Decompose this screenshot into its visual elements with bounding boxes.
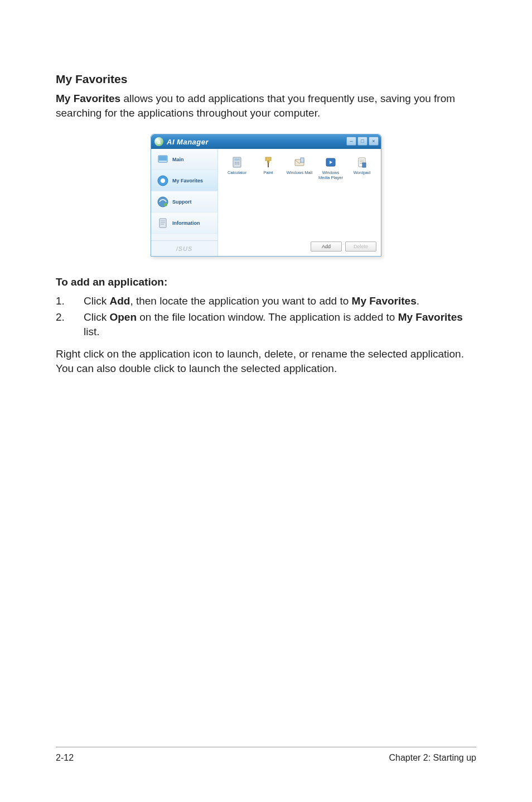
app-calculator[interactable]: Calculator bbox=[223, 156, 252, 180]
mail-icon bbox=[293, 156, 306, 169]
sub-heading: To add an application: bbox=[56, 276, 476, 288]
li1-mid: , then locate the application you want t… bbox=[130, 295, 351, 307]
li2-bold2: My Favorites bbox=[398, 311, 463, 323]
panel-buttons: Add Delete bbox=[311, 241, 376, 252]
li2-suffix: list. bbox=[84, 326, 100, 337]
intro-paragraph: My Favorites allows you to add applicati… bbox=[56, 91, 476, 120]
favorites-icon bbox=[156, 173, 170, 188]
add-button[interactable]: Add bbox=[311, 241, 342, 252]
li2-mid: on the file location window. The applica… bbox=[137, 311, 398, 323]
sidebar-items: Main My Favorites Support bbox=[151, 149, 217, 240]
closing-paragraph: Right click on the application icon to l… bbox=[56, 347, 476, 375]
app-windows-mail[interactable]: Windows Mail bbox=[285, 156, 314, 180]
paint-icon bbox=[262, 156, 275, 169]
sidebar-label-information: Information bbox=[172, 220, 200, 226]
app-label-media-player: Windows Media Player bbox=[316, 171, 345, 180]
support-icon bbox=[156, 195, 170, 209]
sidebar-label-favorites: My Favorites bbox=[172, 178, 203, 183]
li1-suffix: . bbox=[417, 295, 419, 307]
svg-rect-22 bbox=[267, 161, 269, 163]
list-num-1: 1. bbox=[56, 294, 84, 308]
list-item-2: 2. Click Open on the file location windo… bbox=[56, 310, 476, 339]
maximize-button[interactable]: □ bbox=[357, 137, 367, 146]
instructions-list: 1. Click Add, then locate the applicatio… bbox=[56, 294, 476, 339]
screenshot-container: a AI Manager – □ × Main bbox=[56, 134, 476, 257]
sidebar: Main My Favorites Support bbox=[151, 149, 218, 256]
app-paint[interactable]: Paint bbox=[254, 156, 283, 180]
svg-rect-1 bbox=[159, 156, 167, 161]
delete-button[interactable]: Delete bbox=[345, 241, 376, 252]
list-num-2: 2. bbox=[56, 310, 84, 339]
wordpad-icon bbox=[355, 156, 369, 169]
information-icon bbox=[156, 216, 170, 230]
svg-rect-11 bbox=[234, 158, 240, 161]
window-title: AI Manager bbox=[167, 138, 209, 146]
li2-prefix: Click bbox=[84, 311, 109, 323]
li2-bold1: Open bbox=[109, 311, 137, 323]
sidebar-footer-brand: /SUS bbox=[151, 240, 217, 256]
window-body: Main My Favorites Support bbox=[151, 149, 381, 256]
li1-bold2: My Favorites bbox=[352, 295, 417, 307]
main-panel: Calculator Paint Windows M bbox=[218, 149, 381, 256]
app-logo-icon: a bbox=[154, 137, 163, 146]
calculator-icon bbox=[230, 156, 244, 169]
svg-point-5 bbox=[164, 203, 167, 206]
app-label-calculator: Calculator bbox=[228, 171, 246, 175]
sidebar-label-support: Support bbox=[172, 199, 192, 205]
list-item-1: 1. Click Add, then locate the applicatio… bbox=[56, 294, 476, 308]
sidebar-item-information[interactable]: Information bbox=[151, 212, 217, 234]
app-label-paint: Paint bbox=[263, 171, 273, 175]
svg-rect-32 bbox=[362, 163, 366, 167]
intro-bold: My Favorites bbox=[56, 93, 120, 104]
page-footer: 2-12 Chapter 2: Starting up bbox=[56, 747, 476, 763]
close-button[interactable]: × bbox=[369, 137, 379, 146]
svg-point-16 bbox=[236, 163, 238, 165]
app-label-wordpad: Wordpad bbox=[354, 171, 370, 175]
sidebar-label-main: Main bbox=[172, 157, 184, 162]
svg-point-17 bbox=[238, 163, 239, 165]
svg-rect-23 bbox=[268, 163, 269, 167]
svg-point-14 bbox=[238, 162, 239, 163]
svg-point-15 bbox=[235, 163, 236, 165]
svg-point-13 bbox=[236, 162, 238, 163]
svg-rect-25 bbox=[301, 158, 304, 162]
window-titlebar: a AI Manager – □ × bbox=[151, 134, 381, 149]
svg-point-12 bbox=[235, 162, 236, 163]
app-label-mail: Windows Mail bbox=[287, 171, 312, 175]
svg-rect-6 bbox=[159, 219, 166, 228]
li1-prefix: Click bbox=[84, 295, 109, 307]
window-controls: – □ × bbox=[346, 137, 379, 146]
section-heading: My Favorites bbox=[56, 73, 476, 86]
li1-bold1: Add bbox=[109, 295, 130, 307]
sidebar-item-favorites[interactable]: My Favorites bbox=[151, 170, 217, 191]
app-wordpad[interactable]: Wordpad bbox=[347, 156, 376, 180]
footer-page-number: 2-12 bbox=[56, 753, 74, 763]
main-icon bbox=[156, 152, 170, 167]
minimize-button[interactable]: – bbox=[346, 137, 356, 146]
list-text-1: Click Add, then locate the application y… bbox=[84, 294, 476, 308]
list-text-2: Click Open on the file location window. … bbox=[84, 310, 476, 339]
ai-manager-window: a AI Manager – □ × Main bbox=[151, 134, 381, 257]
app-row: Calculator Paint Windows M bbox=[223, 156, 376, 180]
svg-point-3 bbox=[161, 178, 165, 183]
sidebar-item-support[interactable]: Support bbox=[151, 191, 217, 212]
media-player-icon bbox=[324, 156, 337, 169]
sidebar-item-main[interactable]: Main bbox=[151, 149, 217, 170]
footer-chapter: Chapter 2: Starting up bbox=[389, 753, 476, 763]
app-media-player[interactable]: Windows Media Player bbox=[316, 156, 345, 180]
